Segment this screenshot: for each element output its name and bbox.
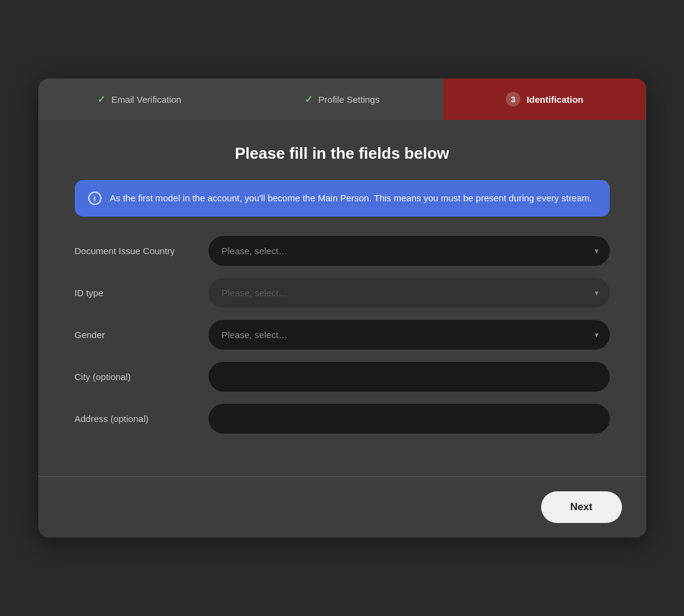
footer-bar: Next [38, 476, 646, 538]
select-wrapper-gender: Please, select… Male Female Other ▾ [209, 320, 610, 350]
step-profile-settings: ✓ Profile Settings [241, 78, 443, 120]
field-row-city: City (optional) [75, 362, 610, 392]
step-email-label: Email Verification [111, 94, 181, 105]
label-address: Address (optional) [75, 412, 196, 425]
next-button[interactable]: Next [541, 491, 622, 523]
select-wrapper-document-issue-country: Please, select… ▾ [209, 236, 610, 266]
info-icon: i [88, 192, 102, 205]
control-gender: Please, select… Male Female Other ▾ [209, 320, 610, 350]
gender-select[interactable]: Please, select… Male Female Other [209, 320, 610, 350]
address-input[interactable] [209, 404, 610, 434]
id-type-select[interactable]: Please, select… [209, 278, 610, 308]
city-input[interactable] [209, 362, 610, 392]
field-row-document-issue-country: Document Issue Country Please, select… ▾ [75, 236, 610, 266]
info-banner-text: As the first model in the account, you'l… [110, 191, 592, 205]
control-address [209, 404, 610, 434]
select-wrapper-id-type: Please, select… ▾ [209, 278, 610, 308]
control-document-issue-country: Please, select… ▾ [209, 236, 610, 266]
step-identification-label: Identification [527, 94, 583, 105]
page-title: Please fill in the fields below [75, 144, 610, 163]
label-id-type: ID type [75, 286, 196, 299]
step-identification: 3 Identification [443, 78, 646, 120]
field-row-id-type: ID type Please, select… ▾ [75, 278, 610, 308]
field-row-address: Address (optional) [75, 404, 610, 434]
field-row-gender: Gender Please, select… Male Female Other… [75, 320, 610, 350]
main-content: Please fill in the fields below i As the… [38, 120, 646, 476]
control-id-type: Please, select… ▾ [209, 278, 610, 308]
info-banner: i As the first model in the account, you… [75, 180, 610, 216]
modal-container: ✓ Email Verification ✓ Profile Settings … [38, 78, 646, 537]
label-gender: Gender [75, 328, 196, 341]
step-profile-label: Profile Settings [319, 94, 380, 105]
step-email-verification: ✓ Email Verification [38, 78, 241, 120]
step-number: 3 [506, 92, 520, 106]
document-issue-country-select[interactable]: Please, select… [209, 236, 610, 266]
stepper-header: ✓ Email Verification ✓ Profile Settings … [38, 78, 646, 120]
check-icon-2: ✓ [305, 94, 313, 105]
check-icon: ✓ [97, 94, 105, 105]
label-city: City (optional) [75, 370, 196, 383]
control-city [209, 362, 610, 392]
label-document-issue-country: Document Issue Country [75, 244, 196, 257]
